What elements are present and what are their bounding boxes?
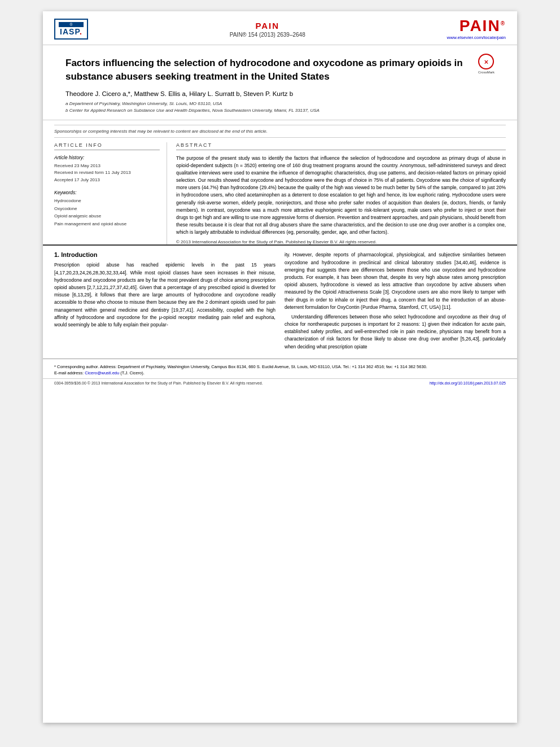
- iasp-logo: ® IASP.: [54, 19, 88, 40]
- elsevier-url[interactable]: www.elsevier.com/locate/pain: [447, 35, 506, 40]
- title-section: Factors influencing the selection of hyd…: [43, 45, 517, 120]
- article-title: Factors influencing the selection of hyd…: [65, 56, 473, 84]
- revised-date: Received in revised form 11 July 2013: [54, 169, 160, 177]
- iasp-registered: ®: [59, 22, 84, 27]
- footnote-section: * Corresponding author. Address: Departm…: [43, 359, 517, 379]
- abstract-column: ABSTRACT The purpose of the present stud…: [176, 142, 506, 245]
- affiliation-a: a Department of Psychiatry, Washington U…: [65, 101, 495, 107]
- journal-name: PAIN: [88, 21, 447, 30]
- body-columns: 1. Introduction Prescription opioid abus…: [54, 251, 506, 352]
- keyword-opioid-abuse: Opioid analgesic abuse: [54, 212, 160, 220]
- header-right: PAIN® www.elsevier.com/locate/pain: [447, 18, 506, 40]
- crossmark-badge: ⨯ CrossMark: [478, 54, 495, 74]
- body-col-left: 1. Introduction Prescription opioid abus…: [54, 251, 275, 352]
- crossmark-icon: ⨯: [478, 54, 494, 69]
- affiliations: a Department of Psychiatry, Washington U…: [65, 101, 495, 114]
- keywords-label: Keywords:: [54, 190, 160, 195]
- body-intro-right: ity. However, despite reports of pharmac…: [285, 251, 506, 350]
- page-header: ® IASP. PAIN PAIN® 154 (2013) 2639–2648 …: [43, 11, 517, 45]
- authors: Theodore J. Cicero a,*, Matthew S. Ellis…: [65, 90, 495, 97]
- article-info-header: ARTICLE INFO: [54, 142, 160, 150]
- history-label: Article history:: [54, 155, 160, 160]
- body-para1: Prescription opioid abuse has reached ep…: [54, 261, 275, 329]
- bottom-bar: 0304-3959/$36.00 © 2013 International As…: [43, 378, 517, 387]
- body-col-right: ity. However, despite reports of pharmac…: [285, 251, 506, 352]
- body-section: 1. Introduction Prescription opioid abus…: [43, 244, 517, 358]
- article-page: ® IASP. PAIN PAIN® 154 (2013) 2639–2648 …: [43, 11, 517, 723]
- affiliation-b: b Center for Applied Research on Substan…: [65, 107, 495, 114]
- abstract-text: The purpose of the present study was to …: [176, 155, 506, 237]
- journal-volume-info: PAIN® 154 (2013) 2639–2648: [88, 32, 447, 38]
- two-columns: ARTICLE INFO Article history: Received 2…: [54, 142, 506, 245]
- accepted-date: Accepted 17 July 2013: [54, 177, 160, 184]
- header-left: ® IASP.: [54, 19, 88, 40]
- abstract-header: ABSTRACT: [176, 142, 506, 150]
- body-para3: Understanding differences between those …: [285, 313, 506, 351]
- received-date: Received 23 May 2013: [54, 163, 160, 170]
- iasp-text: IASP.: [60, 27, 82, 36]
- keyword-hydrocodone: Hydrocodone: [54, 197, 160, 205]
- sponsorship-note: Sponsorships or competing interests that…: [54, 125, 506, 138]
- email-link[interactable]: Cicero@wustl.edu: [85, 370, 119, 375]
- body-para2: ity. However, despite reports of pharmac…: [285, 251, 506, 311]
- info-wrapper: Sponsorships or competing interests that…: [43, 120, 517, 245]
- keyword-oxycodone: Oxycodone: [54, 205, 160, 213]
- journal-info-center: PAIN PAIN® 154 (2013) 2639–2648: [88, 21, 447, 38]
- crossmark-label: CrossMark: [478, 71, 495, 74]
- body-intro-left: Prescription opioid abuse has reached ep…: [54, 261, 275, 329]
- keyword-pain-management: Pain management and opioid abuse: [54, 220, 160, 228]
- pain-logo: PAIN®: [460, 18, 506, 34]
- article-info-column: ARTICLE INFO Article history: Received 2…: [54, 142, 167, 245]
- bottom-doi[interactable]: http://dx.doi.org/10.1016/j.pain.2013.07…: [430, 381, 506, 385]
- section1-title: 1. Introduction: [54, 251, 275, 258]
- bottom-issn: 0304-3959/$36.00 © 2013 International As…: [54, 381, 263, 385]
- footnote-corresponding: * Corresponding author. Address: Departm…: [54, 364, 506, 370]
- abstract-copyright: © 2013 International Association for the…: [176, 239, 506, 244]
- footnote-email: E-mail address: Cicero@wustl.edu (T.J. C…: [54, 370, 506, 376]
